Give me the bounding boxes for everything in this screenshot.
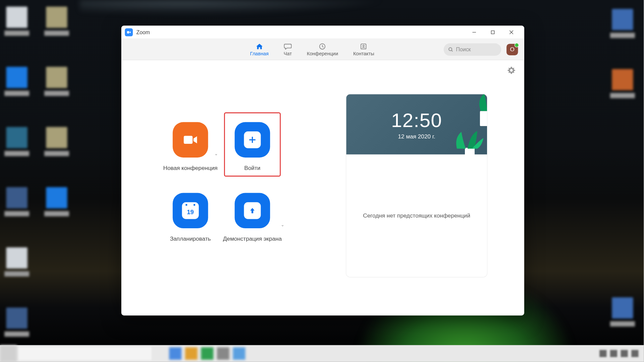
tab-chat[interactable]: Чат — [281, 41, 294, 58]
avatar-initial: О — [510, 46, 515, 53]
new-meeting-cell: Новая конференция ⌄ — [159, 122, 221, 193]
schedule-label: Запланировать — [170, 235, 211, 242]
tab-home[interactable]: Главная — [248, 41, 271, 58]
tab-chat-label: Чат — [284, 51, 292, 56]
share-screen-label: Демонстрация экрана — [223, 235, 282, 242]
join-button[interactable] — [235, 122, 270, 158]
arrow-up-icon — [244, 202, 261, 219]
taskbar-app[interactable] — [185, 347, 198, 360]
tab-meetings-label: Конференции — [307, 51, 338, 56]
window-title: Zoom — [137, 29, 150, 35]
svg-line-9 — [451, 50, 452, 51]
svg-rect-10 — [184, 136, 193, 144]
taskbar-app[interactable] — [201, 347, 213, 360]
taskbar-apps — [169, 347, 245, 360]
zoom-window: Zoom Главная Чат Конф — [121, 26, 524, 316]
svg-rect-2 — [491, 31, 494, 34]
content-area: Новая конференция ⌄ Войти — [121, 60, 524, 316]
taskbar-app[interactable] — [217, 347, 229, 360]
clock-icon — [318, 43, 326, 50]
search-placeholder: Поиск — [456, 46, 471, 52]
zoom-app-icon — [125, 28, 133, 36]
start-button[interactable] — [0, 345, 17, 362]
toolbar: Главная Чат Конференции Контакты Поиск — [121, 39, 524, 60]
new-meeting-label: Новая конференция — [163, 165, 218, 171]
calendar-icon: 19 — [182, 202, 199, 219]
tab-contacts-label: Контакты — [353, 51, 374, 56]
minimize-button[interactable] — [465, 26, 483, 39]
join-label: Войти — [244, 165, 260, 171]
action-grid-container: Новая конференция ⌄ Войти — [121, 60, 322, 316]
new-meeting-button[interactable] — [173, 122, 208, 158]
taskbar-search[interactable] — [18, 347, 151, 360]
contacts-icon — [360, 43, 368, 50]
panel-body: Сегодня нет предстоящих конференций — [346, 155, 487, 277]
close-button[interactable] — [502, 26, 521, 39]
clock-date: 12 мая 2020 г. — [398, 133, 435, 140]
video-icon — [182, 134, 199, 146]
tab-contacts[interactable]: Контакты — [351, 41, 377, 58]
tab-home-label: Главная — [250, 51, 269, 56]
titlebar[interactable]: Zoom — [121, 26, 524, 39]
calendar-panel: 12:50 12 мая 2020 г. Сегодня нет предсто… — [346, 94, 487, 278]
settings-button[interactable] — [507, 66, 516, 76]
chat-icon — [284, 43, 292, 50]
svg-rect-0 — [127, 31, 129, 33]
join-cell: Войти — [221, 122, 283, 193]
share-screen-button[interactable] — [235, 193, 270, 229]
share-screen-cell: Демонстрация экрана ⌄ — [221, 193, 283, 264]
empty-meetings-text: Сегодня нет предстоящих конференций — [363, 213, 470, 219]
schedule-cell: 19 Запланировать — [159, 193, 221, 264]
svg-point-8 — [449, 48, 452, 51]
svg-rect-14 — [465, 148, 475, 156]
clock-time: 12:50 — [391, 109, 442, 131]
taskbar[interactable] — [0, 345, 644, 362]
plus-icon — [244, 131, 261, 148]
gear-icon — [507, 66, 516, 74]
taskbar-app[interactable] — [233, 347, 245, 360]
avatar[interactable]: О — [506, 44, 518, 55]
taskbar-app[interactable] — [169, 347, 181, 360]
home-icon — [255, 43, 263, 50]
new-meeting-dropdown[interactable]: ⌄ — [214, 151, 218, 156]
tab-meetings[interactable]: Конференции — [304, 41, 341, 58]
panel-header: 12:50 12 мая 2020 г. — [346, 94, 487, 155]
schedule-button[interactable]: 19 — [173, 193, 208, 229]
desktop-background: Zoom Главная Чат Конф — [0, 0, 644, 362]
calendar-day: 19 — [187, 208, 194, 216]
system-tray[interactable] — [599, 350, 644, 357]
plant-decoration-1 — [463, 94, 488, 126]
calendar-panel-container: 12:50 12 мая 2020 г. Сегодня нет предсто… — [321, 60, 524, 316]
desktop-icons-left — [4, 7, 69, 337]
search-icon — [448, 47, 453, 52]
plant-decoration-2 — [452, 129, 483, 156]
svg-rect-13 — [480, 111, 487, 126]
maximize-button[interactable] — [483, 26, 502, 39]
share-screen-dropdown[interactable]: ⌄ — [281, 222, 284, 227]
desktop-icons-right — [610, 9, 635, 326]
search-input[interactable]: Поиск — [444, 43, 501, 56]
svg-point-7 — [363, 45, 365, 47]
